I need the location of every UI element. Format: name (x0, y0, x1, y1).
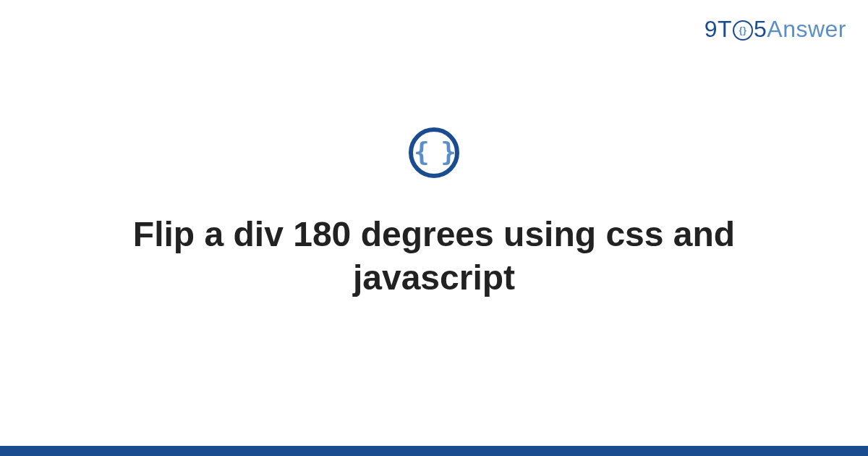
logo-text-answer: Answer (767, 16, 846, 43)
main-content: { } Flip a div 180 degrees using css and… (0, 127, 868, 300)
logo-text-5: 5 (754, 16, 767, 43)
code-braces-icon: { } (409, 127, 459, 178)
braces-glyph: { } (414, 139, 454, 165)
logo-circle-icon: {} (733, 20, 753, 41)
page-title: Flip a div 180 degrees using css and jav… (109, 213, 760, 300)
logo-text-9t: 9T (705, 16, 732, 43)
logo-circle-inner: {} (739, 25, 746, 35)
footer-accent-bar (0, 446, 868, 456)
site-logo: 9T {} 5 Answer (705, 16, 846, 43)
